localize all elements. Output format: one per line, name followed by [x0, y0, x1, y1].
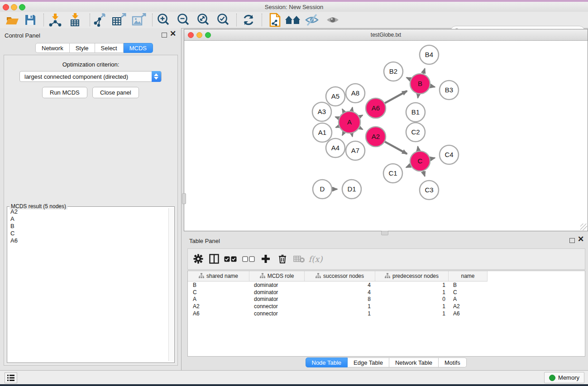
task-history-button[interactable] — [5, 372, 17, 383]
table-cell[interactable]: 8 — [305, 295, 371, 303]
graph-edge-A-A5[interactable] — [342, 109, 344, 112]
table-row[interactable]: A6connector11A6 — [188, 310, 585, 317]
select-all-checks-icon[interactable] — [223, 252, 238, 266]
graph-node-C3[interactable]: C3 — [420, 181, 439, 200]
result-scrollbar[interactable] — [168, 208, 174, 361]
graph-node-C1[interactable]: C1 — [383, 164, 402, 183]
table-settings-gear-icon[interactable] — [191, 252, 206, 266]
tab-edge-table[interactable]: Edge Table — [348, 357, 389, 367]
zoom-fit-icon[interactable] — [195, 13, 212, 27]
network-document-icon[interactable] — [266, 13, 283, 27]
table-cell[interactable]: dominator — [254, 289, 301, 296]
column-header-successor-nodes[interactable]: successor nodes — [305, 271, 375, 281]
table-row[interactable]: Cdominator41C — [188, 289, 585, 296]
tab-style[interactable]: Style — [70, 43, 95, 53]
graph-node-A7[interactable]: A7 — [346, 141, 365, 160]
graph-edge-B-B3[interactable] — [430, 86, 435, 87]
graph-edge-C-C3[interactable] — [423, 171, 425, 176]
graph-node-A4[interactable]: A4 — [326, 138, 345, 157]
delete-table-icon[interactable] — [292, 252, 306, 266]
zoom-selected-icon[interactable] — [215, 13, 232, 27]
run-mcds-button[interactable]: Run MCDS — [42, 87, 87, 98]
graph-edge-A-A6[interactable] — [359, 115, 363, 117]
export-network-icon[interactable] — [91, 13, 109, 27]
mcds-result-item[interactable]: A6 — [8, 237, 168, 244]
graph-node-B[interactable]: B — [410, 74, 430, 94]
graph-node-A3[interactable]: A3 — [312, 102, 331, 121]
import-table-icon[interactable] — [66, 13, 83, 27]
graph-edge-C-C2[interactable] — [418, 147, 419, 151]
vertical-splitter-grip[interactable] — [182, 193, 186, 204]
graph-edge-A-A1[interactable] — [336, 126, 339, 128]
graph-node-D[interactable]: D — [313, 180, 332, 199]
graph-node-D1[interactable]: D1 — [342, 180, 361, 199]
tab-network-table[interactable]: Network Table — [389, 357, 439, 367]
graph-node-A2[interactable]: A2 — [366, 127, 386, 147]
float-table-panel-icon[interactable] — [569, 238, 575, 243]
table-cell[interactable]: dominator — [254, 295, 301, 303]
graph-edge-A2-C[interactable] — [385, 142, 407, 154]
float-panel-icon[interactable] — [162, 33, 167, 38]
graph-node-A6[interactable]: A6 — [366, 98, 386, 118]
graph-edge-A-A8[interactable] — [352, 107, 353, 111]
table-cell[interactable]: 1 — [375, 310, 445, 317]
delete-column-trash-icon[interactable] — [275, 252, 290, 266]
table-cell[interactable]: dominator — [254, 281, 301, 289]
show-graphics-details-icon[interactable] — [324, 13, 341, 27]
memory-button[interactable]: Memory — [544, 372, 584, 383]
graph-node-B1[interactable]: B1 — [406, 103, 425, 122]
graph-edge-A-A2[interactable] — [359, 128, 363, 129]
graph-edge-A-A4[interactable] — [342, 132, 344, 135]
graph-node-A8[interactable]: A8 — [346, 84, 365, 103]
close-panel-button[interactable]: Close panel — [92, 87, 139, 98]
table-row[interactable]: Bdominator41B — [188, 281, 585, 289]
table-cell[interactable]: B — [193, 281, 247, 289]
zoom-out-icon[interactable] — [175, 13, 192, 27]
tab-mcds[interactable]: MCDS — [124, 43, 153, 53]
graph-edge-B-B1[interactable] — [418, 94, 418, 98]
add-column-icon[interactable] — [258, 252, 273, 266]
network-graph-canvas[interactable]: B4B2BB3A8A5A6A3B1AA1C2A2A4A7C4CC1DD1C3 — [184, 41, 587, 230]
export-table-icon[interactable] — [110, 13, 128, 27]
toggle-panel-column-icon[interactable] — [207, 252, 221, 266]
table-cell[interactable]: A6 — [193, 310, 247, 317]
home-navigator-icon[interactable] — [284, 13, 301, 27]
column-header-MCDS-role[interactable]: MCDS role — [249, 271, 305, 281]
graph-node-A[interactable]: A — [339, 111, 360, 133]
close-table-panel-icon[interactable]: ✕ — [578, 235, 584, 244]
close-panel-icon[interactable]: ✕ — [170, 29, 176, 38]
graph-edge-A-A3[interactable] — [335, 117, 339, 118]
table-cell[interactable]: 1 — [375, 289, 445, 296]
deselect-all-checks-icon[interactable] — [241, 252, 256, 266]
graph-node-C4[interactable]: C4 — [440, 145, 459, 164]
table-cell[interactable]: A2 — [453, 303, 485, 310]
mcds-result-item[interactable]: A2 — [8, 208, 168, 215]
tab-node-table[interactable]: Node Table — [306, 357, 348, 367]
refresh-view-icon[interactable] — [240, 13, 257, 27]
mcds-result-item[interactable]: A — [8, 215, 168, 223]
table-cell[interactable]: A2 — [193, 303, 247, 310]
table-cell[interactable]: 1 — [375, 303, 445, 310]
table-cell[interactable]: 1 — [305, 310, 371, 317]
table-cell[interactable]: C — [193, 289, 247, 296]
table-cell[interactable]: 4 — [305, 281, 371, 289]
window-resize-grip[interactable] — [580, 224, 587, 230]
table-cell[interactable]: connector — [254, 303, 301, 310]
table-cell[interactable]: B — [453, 281, 485, 289]
graph-edge-A-A7[interactable] — [352, 133, 352, 136]
table-cell[interactable]: 1 — [375, 281, 445, 289]
table-cell[interactable]: A — [453, 295, 485, 303]
column-header-shared-name[interactable]: shared name — [188, 271, 249, 281]
graph-edge-C-C1[interactable] — [406, 165, 411, 167]
table-cell[interactable]: C — [453, 289, 485, 296]
column-header-predecessor-nodes[interactable]: predecessor nodes — [375, 271, 449, 281]
graph-node-B4[interactable]: B4 — [420, 45, 439, 64]
mcds-result-item[interactable]: B — [8, 223, 168, 230]
graph-edge-B-B4[interactable] — [423, 69, 425, 74]
graph-node-B2[interactable]: B2 — [384, 62, 403, 81]
tab-select[interactable]: Select — [95, 43, 124, 53]
table-cell[interactable]: 0 — [375, 295, 445, 303]
table-cell[interactable]: connector — [254, 310, 301, 317]
table-row[interactable]: A2connector11A2 — [188, 303, 585, 310]
table-row[interactable]: Adominator80A — [188, 295, 585, 303]
